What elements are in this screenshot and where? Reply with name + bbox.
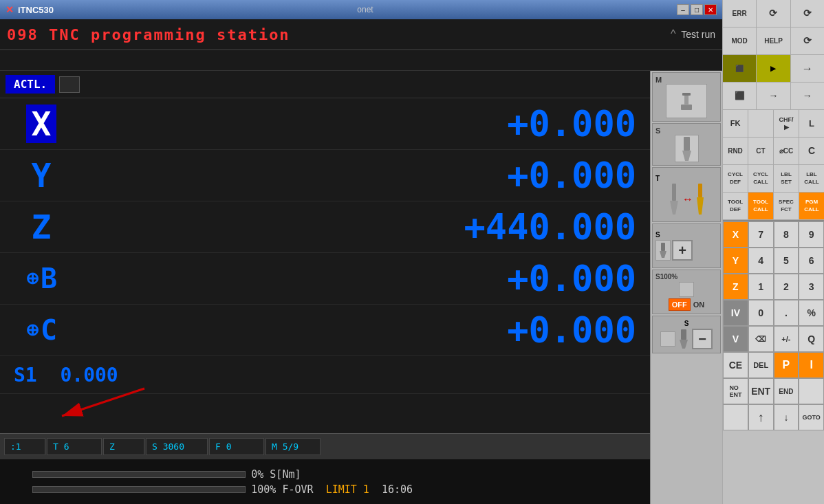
tool-left-svg [667, 184, 681, 215]
icon-4-3[interactable]: → [791, 83, 824, 109]
help-button[interactable]: HELP [757, 28, 790, 54]
num-2-btn[interactable]: 2 [774, 274, 799, 300]
title-bar-controls[interactable]: – □ ✕ [677, 4, 717, 15]
num-7-btn[interactable]: 7 [748, 221, 774, 248]
num-9-btn[interactable]: 9 [799, 221, 824, 248]
p-btn[interactable]: P [774, 352, 799, 378]
chf-button[interactable]: CHF/▶ [774, 110, 799, 137]
svg-marker-6 [682, 151, 691, 161]
tool-call-button[interactable]: TOOLCALL [748, 193, 774, 219]
lbl-set-button[interactable]: LBLSET [774, 165, 799, 192]
v-axis-btn[interactable]: V [723, 326, 748, 352]
axis-label-z: Z [32, 208, 52, 246]
maximize-button[interactable]: □ [691, 4, 703, 15]
s100-label: S100% [655, 273, 677, 281]
plus-button[interactable]: + [672, 240, 693, 261]
icon-4-1[interactable]: ⬛ [723, 83, 757, 109]
axis-label-cell-x: X [0, 105, 83, 143]
num-4-btn[interactable]: 4 [748, 248, 774, 274]
backspace-btn[interactable]: ⌫ [748, 326, 774, 352]
no-ent-btn[interactable]: NOENT [723, 378, 748, 404]
m-section-label: M [655, 76, 662, 84]
close-button[interactable]: ✕ [704, 4, 717, 15]
num-8-btn[interactable]: 8 [774, 221, 799, 248]
c-button[interactable]: C [799, 138, 824, 164]
axis-value-b: +0.000 [83, 258, 650, 299]
tool-def-button[interactable]: TOOLDEF [723, 193, 748, 219]
spec-fct-button[interactable]: SPECFCT [774, 193, 799, 219]
pgm-call-button[interactable]: PGMCALL [799, 193, 824, 219]
header-strip: 098 TNC programming station ^ Test run [0, 19, 722, 50]
s100-knob [679, 282, 694, 297]
i-btn[interactable]: I [799, 352, 824, 378]
bottom-text-1: 0% S[Nm] [251, 468, 301, 481]
green-icon-1[interactable]: ⬛ [723, 55, 757, 82]
green-icon-2[interactable]: ▶ [757, 55, 790, 82]
arrow-area [0, 394, 650, 433]
goto-btn[interactable]: GOTO [799, 404, 824, 430]
s-bottom-section: S − [652, 316, 721, 353]
z-axis-btn[interactable]: Z [723, 274, 748, 300]
x-axis-btn[interactable]: X [723, 221, 748, 248]
btn-row-6: RND CT ⌀CC C [723, 138, 824, 165]
num-0-btn[interactable]: 0 [748, 300, 774, 326]
icon-4-2[interactable]: → [757, 83, 790, 109]
circle-btn-1[interactable]: ⟳ [757, 0, 790, 27]
off-on-row: OFF ON [669, 298, 705, 311]
num-5-btn[interactable]: 5 [774, 248, 799, 274]
s3-spindle-svg [678, 329, 689, 349]
num-1-btn[interactable]: 1 [748, 274, 774, 300]
num-6-btn[interactable]: 6 [799, 248, 824, 274]
mod-button[interactable]: MOD [723, 28, 757, 54]
circle-btn-2[interactable]: ⟳ [791, 0, 824, 27]
end-btn[interactable]: END [774, 378, 799, 404]
c-arrow-icon: ⊕ [25, 320, 39, 340]
err-button[interactable]: ERR [723, 0, 757, 27]
s-section-label: S [655, 127, 660, 135]
bottom-limit: LIMIT 1 [320, 483, 376, 496]
machine-icon-svg [673, 87, 700, 115]
y-axis-btn[interactable]: Y [723, 248, 748, 274]
q-btn[interactable]: Q [799, 326, 824, 352]
spindle-svg [678, 137, 695, 161]
cycl-call-button[interactable]: CYCLCALL [748, 165, 774, 192]
blank-btn-1[interactable] [748, 110, 774, 137]
ct-button[interactable]: CT [748, 138, 774, 164]
title-bar-left: ✕ iTNC530 [6, 4, 54, 15]
num-3-btn[interactable]: 3 [799, 274, 824, 300]
iv-axis-btn[interactable]: IV [723, 300, 748, 326]
ent-btn[interactable]: ENT [748, 378, 774, 404]
arrow-right-btn[interactable]: → [791, 55, 824, 82]
s2-icons: + [655, 240, 717, 261]
minimize-button[interactable]: – [677, 4, 689, 15]
plusminus-btn[interactable]: +/- [774, 326, 799, 352]
lbl-call-button[interactable]: LBLCALL [799, 165, 824, 192]
rnd-button[interactable]: RND [723, 138, 748, 164]
del-btn[interactable]: DEL [748, 352, 774, 378]
ce-btn[interactable]: CE [723, 352, 748, 378]
bottom-text-2: 100% F-OVR LIMIT 1 16:06 [251, 483, 413, 496]
axis-row-y: Y +0.000 [0, 150, 650, 201]
cycl-def-button[interactable]: CYCLDEF [723, 165, 748, 192]
status-spindle: S 3060 [146, 438, 208, 455]
circle-btn-3[interactable]: ⟳ [791, 28, 824, 54]
btn-row-7: CYCLDEF CYCLCALL LBLSET LBLCALL [723, 165, 824, 193]
status-tool: T 6 [47, 438, 102, 455]
s2-spindle-svg [658, 243, 668, 258]
title-bar: ✕ iTNC530 onet – □ ✕ [0, 0, 722, 19]
percent-btn[interactable]: % [799, 300, 824, 326]
t-tools: T ↔ [655, 175, 717, 215]
status-axis: Z [103, 438, 144, 455]
svg-rect-11 [661, 243, 665, 251]
fk-button[interactable]: FK [723, 110, 748, 137]
up-arrow-btn[interactable]: ↑ [748, 404, 774, 430]
axis-label-cell-c: ⊕ C [0, 314, 83, 346]
off-button[interactable]: OFF [669, 298, 691, 311]
l-button[interactable]: L [799, 110, 824, 137]
btn-row-2: MOD HELP ⟳ [723, 28, 824, 55]
minus-button[interactable]: − [692, 329, 713, 349]
down-arrow-btn[interactable]: ↓ [774, 404, 799, 430]
empty-btn [799, 378, 824, 404]
cc-button[interactable]: ⌀CC [774, 138, 799, 164]
decimal-btn[interactable]: . [774, 300, 799, 326]
